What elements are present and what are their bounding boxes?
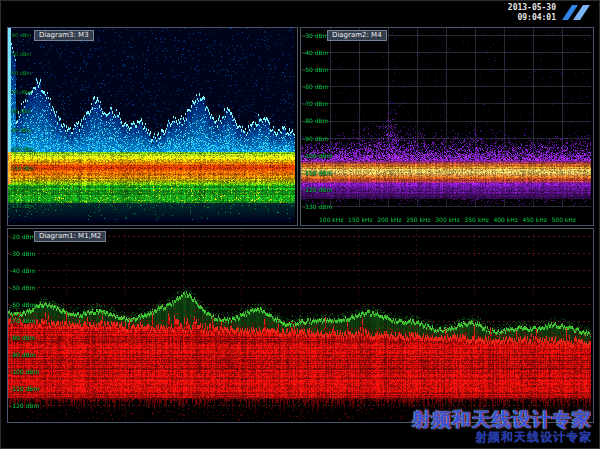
rohde-schwarz-logo [561, 3, 591, 22]
diagram3-panel[interactable]: Diagram3: M3 -40 dBm-50 dBm-60 dBm-70 dB… [7, 27, 298, 226]
spectrum-analyzer-screen: 2013-05-30 09:04:01 Diagram3: M3 -40 dBm… [0, 0, 600, 449]
watermark-line2: 射频和天线设计专家 [412, 430, 592, 444]
diagram2-title-tab[interactable]: Diagram2: M4 [327, 30, 387, 41]
diagram2-title: Diagram2: M4 [332, 31, 382, 39]
diagram3-spectrogram-display [8, 28, 295, 223]
diagram1-title-tab[interactable]: Diagram1: M1,M2 [34, 231, 106, 242]
diagram1-title: Diagram1: M1,M2 [39, 232, 101, 240]
time-label: 09:04:01 [508, 13, 556, 23]
diagram2-spectrogram-display [301, 28, 591, 223]
diagram1-spectrum-display [8, 229, 591, 420]
datetime-display: 2013-05-30 09:04:01 [508, 3, 556, 23]
date-label: 2013-05-30 [508, 3, 556, 13]
diagram3-title: Diagram3: M3 [39, 31, 89, 39]
watermark-line1: 射频和天线设计专家 [412, 408, 592, 430]
diagram1-panel[interactable]: Diagram1: M1,M2 -20 dBm-30 dBm-40 dBm-50… [7, 228, 594, 423]
diagram3-title-tab[interactable]: Diagram3: M3 [34, 30, 94, 41]
diagram2-panel[interactable]: Diagram2: M4 -30 dBm-40 dBm-50 dBm-60 dB… [300, 27, 594, 226]
watermark: 射频和天线设计专家 射频和天线设计专家 [412, 408, 592, 444]
